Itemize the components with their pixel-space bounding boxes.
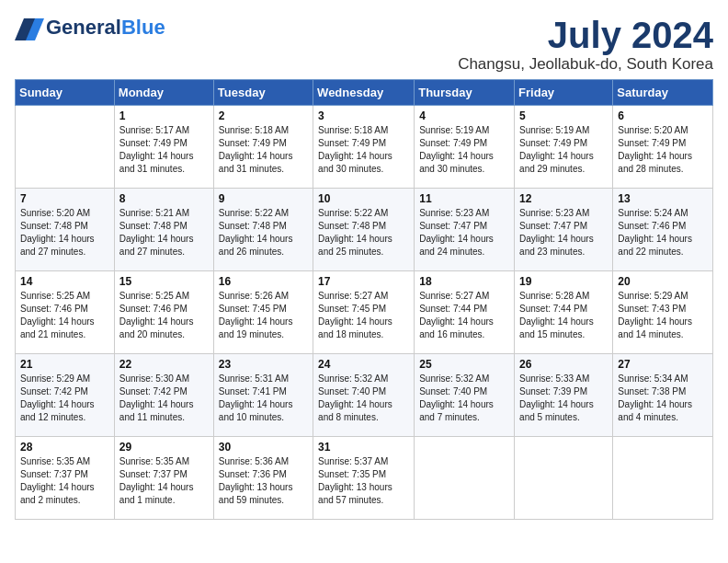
day-info: Sunrise: 5:23 AM Sunset: 7:47 PM Dayligh…: [419, 207, 509, 259]
calendar-day-cell: 5Sunrise: 5:19 AM Sunset: 7:49 PM Daylig…: [515, 106, 613, 189]
weekday-header: Monday: [114, 80, 213, 106]
calendar-week-row: 28Sunrise: 5:35 AM Sunset: 7:37 PM Dayli…: [16, 437, 713, 520]
weekday-header: Friday: [515, 80, 613, 106]
day-number: 9: [219, 192, 308, 205]
calendar-header-row: SundayMondayTuesdayWednesdayThursdayFrid…: [16, 80, 713, 106]
day-number: 24: [318, 358, 409, 371]
day-number: 7: [20, 192, 109, 205]
day-info: Sunrise: 5:31 AM Sunset: 7:41 PM Dayligh…: [219, 373, 308, 424]
calendar-day-cell: 21Sunrise: 5:29 AM Sunset: 7:42 PM Dayli…: [16, 354, 115, 437]
day-info: Sunrise: 5:35 AM Sunset: 7:37 PM Dayligh…: [20, 455, 109, 507]
day-info: Sunrise: 5:36 AM Sunset: 7:36 PM Dayligh…: [219, 455, 308, 507]
day-info: Sunrise: 5:25 AM Sunset: 7:46 PM Dayligh…: [119, 290, 209, 341]
day-info: Sunrise: 5:20 AM Sunset: 7:48 PM Dayligh…: [20, 207, 109, 259]
day-info: Sunrise: 5:29 AM Sunset: 7:43 PM Dayligh…: [618, 290, 708, 341]
day-number: 5: [519, 109, 608, 122]
calendar-day-cell: 2Sunrise: 5:18 AM Sunset: 7:49 PM Daylig…: [213, 106, 313, 189]
day-info: Sunrise: 5:35 AM Sunset: 7:37 PM Dayligh…: [119, 455, 209, 507]
day-info: Sunrise: 5:30 AM Sunset: 7:42 PM Dayligh…: [119, 373, 209, 424]
title-section: July 2024 Changsu, Jeollabuk-do, South K…: [458, 15, 713, 74]
day-number: 28: [20, 441, 109, 454]
day-info: Sunrise: 5:25 AM Sunset: 7:46 PM Dayligh…: [20, 290, 109, 341]
day-number: 17: [318, 275, 409, 288]
day-number: 21: [20, 358, 109, 371]
calendar-day-cell: [515, 437, 613, 520]
day-info: Sunrise: 5:19 AM Sunset: 7:49 PM Dayligh…: [519, 124, 608, 176]
day-number: 8: [119, 192, 209, 205]
calendar-week-row: 14Sunrise: 5:25 AM Sunset: 7:46 PM Dayli…: [16, 271, 713, 354]
calendar-day-cell: 23Sunrise: 5:31 AM Sunset: 7:41 PM Dayli…: [213, 354, 313, 437]
weekday-header: Saturday: [613, 80, 713, 106]
calendar-day-cell: [415, 437, 515, 520]
day-info: Sunrise: 5:29 AM Sunset: 7:42 PM Dayligh…: [20, 373, 109, 424]
location-title: Changsu, Jeollabuk-do, South Korea: [458, 55, 713, 74]
day-number: 23: [219, 358, 308, 371]
calendar-day-cell: 15Sunrise: 5:25 AM Sunset: 7:46 PM Dayli…: [114, 271, 213, 354]
day-info: Sunrise: 5:18 AM Sunset: 7:49 PM Dayligh…: [219, 124, 308, 176]
page-header: GeneralBlue July 2024 Changsu, Jeollabuk…: [15, 15, 713, 74]
day-info: Sunrise: 5:26 AM Sunset: 7:45 PM Dayligh…: [219, 290, 308, 341]
calendar-day-cell: 27Sunrise: 5:34 AM Sunset: 7:38 PM Dayli…: [613, 354, 713, 437]
calendar-day-cell: 9Sunrise: 5:22 AM Sunset: 7:48 PM Daylig…: [213, 189, 313, 271]
calendar-day-cell: 13Sunrise: 5:24 AM Sunset: 7:46 PM Dayli…: [613, 189, 713, 271]
weekday-header: Wednesday: [313, 80, 415, 106]
day-number: 31: [318, 441, 409, 454]
day-info: Sunrise: 5:27 AM Sunset: 7:44 PM Dayligh…: [419, 290, 509, 341]
calendar-day-cell: 22Sunrise: 5:30 AM Sunset: 7:42 PM Dayli…: [114, 354, 213, 437]
calendar-day-cell: 19Sunrise: 5:28 AM Sunset: 7:44 PM Dayli…: [515, 271, 613, 354]
weekday-header: Thursday: [415, 80, 515, 106]
day-number: 27: [618, 358, 708, 371]
day-number: 2: [219, 109, 308, 122]
day-info: Sunrise: 5:22 AM Sunset: 7:48 PM Dayligh…: [318, 207, 409, 259]
logo: GeneralBlue: [15, 15, 165, 40]
calendar-day-cell: [613, 437, 713, 520]
calendar-day-cell: 28Sunrise: 5:35 AM Sunset: 7:37 PM Dayli…: [16, 437, 115, 520]
day-number: 11: [419, 192, 509, 205]
day-info: Sunrise: 5:21 AM Sunset: 7:48 PM Dayligh…: [119, 207, 209, 259]
calendar-day-cell: 20Sunrise: 5:29 AM Sunset: 7:43 PM Dayli…: [613, 271, 713, 354]
day-number: 3: [318, 109, 409, 122]
calendar-week-row: 1Sunrise: 5:17 AM Sunset: 7:49 PM Daylig…: [16, 106, 713, 189]
day-info: Sunrise: 5:22 AM Sunset: 7:48 PM Dayligh…: [219, 207, 308, 259]
calendar-day-cell: 12Sunrise: 5:23 AM Sunset: 7:47 PM Dayli…: [515, 189, 613, 271]
day-info: Sunrise: 5:32 AM Sunset: 7:40 PM Dayligh…: [419, 373, 509, 424]
day-info: Sunrise: 5:19 AM Sunset: 7:49 PM Dayligh…: [419, 124, 509, 176]
calendar-table: SundayMondayTuesdayWednesdayThursdayFrid…: [15, 79, 713, 520]
day-number: 13: [618, 192, 708, 205]
day-number: 26: [519, 358, 608, 371]
day-number: 10: [318, 192, 409, 205]
day-number: 19: [519, 275, 608, 288]
month-title: July 2024: [458, 15, 713, 55]
day-number: 15: [119, 275, 209, 288]
day-info: Sunrise: 5:27 AM Sunset: 7:45 PM Dayligh…: [318, 290, 409, 341]
weekday-header: Sunday: [16, 80, 115, 106]
calendar-day-cell: 14Sunrise: 5:25 AM Sunset: 7:46 PM Dayli…: [16, 271, 115, 354]
calendar-day-cell: [16, 106, 115, 189]
day-number: 20: [618, 275, 708, 288]
day-number: 30: [219, 441, 308, 454]
calendar-day-cell: 17Sunrise: 5:27 AM Sunset: 7:45 PM Dayli…: [313, 271, 415, 354]
day-info: Sunrise: 5:20 AM Sunset: 7:49 PM Dayligh…: [618, 124, 708, 176]
calendar-day-cell: 7Sunrise: 5:20 AM Sunset: 7:48 PM Daylig…: [16, 189, 115, 271]
day-number: 14: [20, 275, 109, 288]
day-info: Sunrise: 5:17 AM Sunset: 7:49 PM Dayligh…: [119, 124, 209, 176]
calendar-day-cell: 3Sunrise: 5:18 AM Sunset: 7:49 PM Daylig…: [313, 106, 415, 189]
day-info: Sunrise: 5:28 AM Sunset: 7:44 PM Dayligh…: [519, 290, 608, 341]
calendar-day-cell: 29Sunrise: 5:35 AM Sunset: 7:37 PM Dayli…: [114, 437, 213, 520]
calendar-day-cell: 18Sunrise: 5:27 AM Sunset: 7:44 PM Dayli…: [415, 271, 515, 354]
day-info: Sunrise: 5:23 AM Sunset: 7:47 PM Dayligh…: [519, 207, 608, 259]
calendar-day-cell: 1Sunrise: 5:17 AM Sunset: 7:49 PM Daylig…: [114, 106, 213, 189]
calendar-day-cell: 31Sunrise: 5:37 AM Sunset: 7:35 PM Dayli…: [313, 437, 415, 520]
day-number: 4: [419, 109, 509, 122]
calendar-day-cell: 8Sunrise: 5:21 AM Sunset: 7:48 PM Daylig…: [114, 189, 213, 271]
calendar-week-row: 7Sunrise: 5:20 AM Sunset: 7:48 PM Daylig…: [16, 189, 713, 271]
weekday-header: Tuesday: [213, 80, 313, 106]
calendar-day-cell: 11Sunrise: 5:23 AM Sunset: 7:47 PM Dayli…: [415, 189, 515, 271]
day-number: 29: [119, 441, 209, 454]
calendar-day-cell: 10Sunrise: 5:22 AM Sunset: 7:48 PM Dayli…: [313, 189, 415, 271]
day-number: 22: [119, 358, 209, 371]
calendar-day-cell: 26Sunrise: 5:33 AM Sunset: 7:39 PM Dayli…: [515, 354, 613, 437]
day-info: Sunrise: 5:18 AM Sunset: 7:49 PM Dayligh…: [318, 124, 409, 176]
calendar-day-cell: 4Sunrise: 5:19 AM Sunset: 7:49 PM Daylig…: [415, 106, 515, 189]
day-number: 18: [419, 275, 509, 288]
